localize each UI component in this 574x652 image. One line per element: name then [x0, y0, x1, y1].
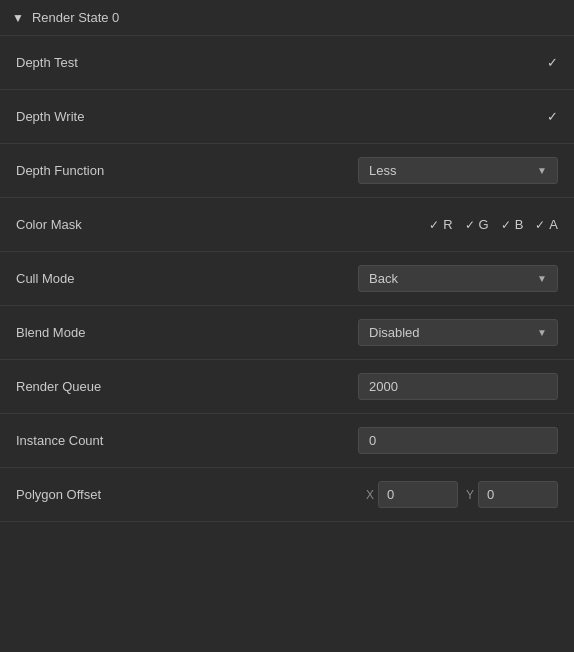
- color-mask-value: ✓ R ✓ G ✓ B ✓ A: [216, 217, 558, 232]
- color-mask-row: Color Mask ✓ R ✓ G ✓ B ✓ A: [0, 198, 574, 252]
- depth-test-value: ✓: [216, 55, 558, 70]
- color-mask-b-check[interactable]: ✓: [501, 218, 511, 232]
- polygon-offset-x-group: X: [366, 481, 458, 508]
- collapse-icon: ▼: [12, 11, 24, 25]
- blend-mode-label: Blend Mode: [16, 325, 216, 340]
- depth-function-arrow-icon: ▼: [537, 165, 547, 176]
- color-mask-b: ✓ B: [501, 217, 524, 232]
- render-queue-label: Render Queue: [16, 379, 216, 394]
- color-mask-channels: ✓ R ✓ G ✓ B ✓ A: [429, 217, 558, 232]
- color-mask-b-label: B: [515, 217, 524, 232]
- render-queue-row: Render Queue: [0, 360, 574, 414]
- depth-test-checkbox[interactable]: ✓: [547, 55, 558, 70]
- blend-mode-row: Blend Mode Disabled ▼: [0, 306, 574, 360]
- cull-mode-value: Back ▼: [216, 265, 558, 292]
- depth-write-checkbox[interactable]: ✓: [547, 109, 558, 124]
- polygon-offset-y-group: Y: [466, 481, 558, 508]
- polygon-offset-y-label: Y: [466, 488, 474, 502]
- color-mask-a-check[interactable]: ✓: [535, 218, 545, 232]
- color-mask-a: ✓ A: [535, 217, 558, 232]
- polygon-offset-x-label: X: [366, 488, 374, 502]
- depth-write-value: ✓: [216, 109, 558, 124]
- polygon-offset-y-input[interactable]: [478, 481, 558, 508]
- blend-mode-selected: Disabled: [369, 325, 420, 340]
- cull-mode-selected: Back: [369, 271, 398, 286]
- render-state-panel: ▼ Render State 0 Depth Test ✓ Depth Writ…: [0, 0, 574, 522]
- polygon-offset-row: Polygon Offset X Y: [0, 468, 574, 522]
- instance-count-label: Instance Count: [16, 433, 216, 448]
- depth-test-row: Depth Test ✓: [0, 36, 574, 90]
- panel-header[interactable]: ▼ Render State 0: [0, 0, 574, 36]
- cull-mode-dropdown[interactable]: Back ▼: [358, 265, 558, 292]
- blend-mode-value: Disabled ▼: [216, 319, 558, 346]
- cull-mode-arrow-icon: ▼: [537, 273, 547, 284]
- depth-write-label: Depth Write: [16, 109, 216, 124]
- instance-count-input[interactable]: [358, 427, 558, 454]
- instance-count-row: Instance Count: [0, 414, 574, 468]
- polygon-offset-label: Polygon Offset: [16, 487, 216, 502]
- polygon-offset-x-input[interactable]: [378, 481, 458, 508]
- color-mask-g: ✓ G: [465, 217, 489, 232]
- blend-mode-arrow-icon: ▼: [537, 327, 547, 338]
- color-mask-g-check[interactable]: ✓: [465, 218, 475, 232]
- color-mask-label: Color Mask: [16, 217, 216, 232]
- panel-title: Render State 0: [32, 10, 119, 25]
- color-mask-r-check[interactable]: ✓: [429, 218, 439, 232]
- blend-mode-dropdown[interactable]: Disabled ▼: [358, 319, 558, 346]
- color-mask-r-label: R: [443, 217, 452, 232]
- color-mask-a-label: A: [549, 217, 558, 232]
- depth-test-label: Depth Test: [16, 55, 216, 70]
- render-queue-input[interactable]: [358, 373, 558, 400]
- render-queue-value: [216, 373, 558, 400]
- depth-function-label: Depth Function: [16, 163, 216, 178]
- depth-write-row: Depth Write ✓: [0, 90, 574, 144]
- instance-count-value: [216, 427, 558, 454]
- color-mask-r: ✓ R: [429, 217, 452, 232]
- depth-function-selected: Less: [369, 163, 396, 178]
- cull-mode-row: Cull Mode Back ▼: [0, 252, 574, 306]
- depth-function-dropdown[interactable]: Less ▼: [358, 157, 558, 184]
- depth-function-row: Depth Function Less ▼: [0, 144, 574, 198]
- color-mask-g-label: G: [479, 217, 489, 232]
- depth-function-value: Less ▼: [216, 157, 558, 184]
- polygon-offset-inputs: X Y: [216, 481, 558, 508]
- cull-mode-label: Cull Mode: [16, 271, 216, 286]
